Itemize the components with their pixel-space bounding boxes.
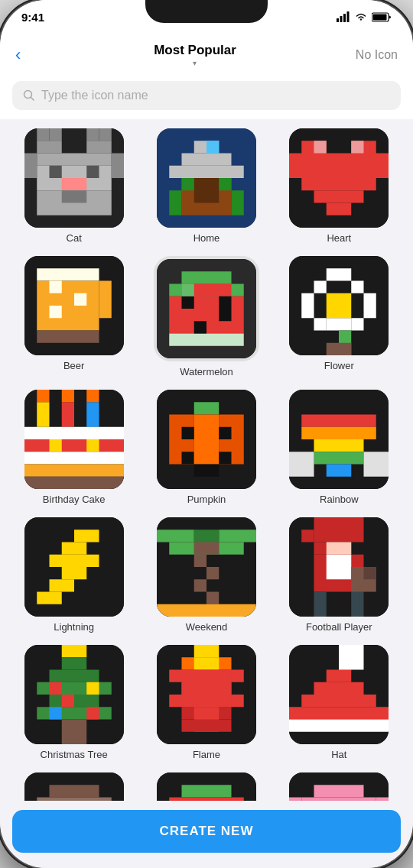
icon-label-heart: Heart (327, 232, 351, 244)
svg-rect-107 (289, 452, 314, 477)
icon-item-heart[interactable]: Heart (278, 128, 401, 244)
icon-box-beer (24, 256, 124, 355)
icon-item-watermelon[interactable]: Watermelon (145, 256, 268, 377)
svg-rect-136 (314, 592, 327, 617)
svg-rect-128 (206, 542, 219, 555)
svg-rect-135 (327, 555, 352, 580)
icon-item-cat[interactable]: Cat (12, 128, 135, 244)
icon-item-birthday-cake[interactable]: Birthday Cake (12, 390, 135, 505)
header-title-container: Most Popular ▾ (154, 43, 236, 67)
svg-rect-180 (169, 798, 244, 802)
svg-rect-14 (86, 141, 112, 153)
svg-rect-108 (364, 452, 389, 477)
icon-item-weekend[interactable]: Weekend (145, 517, 268, 633)
icon-item-pig[interactable] (278, 772, 401, 801)
svg-rect-0 (337, 18, 339, 22)
svg-rect-30 (194, 178, 220, 203)
svg-rect-192 (289, 798, 301, 802)
icon-box-christmas-tree (24, 645, 124, 744)
svg-rect-48 (49, 281, 61, 293)
icon-box-heart (289, 128, 389, 228)
icon-item-rainbow[interactable]: Rainbow (278, 390, 401, 505)
svg-rect-142 (61, 657, 86, 669)
icon-item-flame[interactable]: Flame (145, 645, 268, 760)
svg-rect-126 (157, 604, 256, 617)
svg-rect-50 (49, 306, 61, 318)
svg-rect-62 (219, 309, 231, 321)
icon-item-football-player[interactable]: Football Player (278, 517, 401, 633)
svg-rect-88 (49, 439, 61, 452)
search-input[interactable]: Type the icon name (41, 89, 148, 102)
svg-rect-106 (327, 465, 352, 477)
svg-rect-18 (86, 166, 99, 178)
icon-item-pumpkin[interactable]: Pumpkin (145, 390, 268, 505)
icon-box-pumpkin (157, 390, 256, 489)
svg-rect-52 (99, 281, 111, 319)
svg-rect-87 (24, 477, 124, 489)
svg-rect-85 (24, 452, 124, 464)
svg-rect-161 (181, 670, 231, 708)
create-new-button[interactable]: CREATE NEW (12, 810, 401, 853)
svg-rect-174 (37, 798, 112, 802)
search-bar[interactable]: Type the icon name (12, 81, 401, 110)
back-button[interactable]: ‹ (15, 45, 46, 65)
status-time: 9:41 (21, 11, 44, 24)
svg-rect-72 (352, 318, 364, 330)
icon-label-hat: Hat (331, 749, 346, 760)
svg-rect-78 (61, 402, 73, 427)
notch (145, 0, 268, 23)
icon-item-barrel[interactable] (12, 772, 135, 801)
svg-rect-83 (24, 427, 124, 439)
icon-label-home: Home (193, 232, 220, 244)
svg-rect-44 (352, 141, 364, 153)
icon-item-lightning[interactable]: Lightning (12, 517, 135, 633)
icon-box-flame (157, 645, 256, 744)
icon-item-flower[interactable]: Flower (278, 256, 401, 377)
header-chevron-icon: ▾ (193, 59, 197, 67)
svg-rect-11 (86, 128, 99, 141)
icon-grid-scroll[interactable]: Cat (0, 119, 413, 801)
svg-rect-100 (194, 465, 220, 477)
svg-rect-179 (181, 785, 231, 797)
svg-rect-80 (37, 390, 49, 402)
icon-box-cat (24, 128, 124, 228)
svg-rect-124 (194, 579, 206, 591)
icon-box-watermelon (157, 259, 256, 358)
icon-item-candy[interactable] (145, 772, 268, 801)
svg-rect-27 (181, 154, 231, 166)
icon-box-home (157, 128, 256, 228)
icon-label-cat: Cat (67, 232, 82, 244)
svg-rect-61 (194, 321, 206, 333)
svg-rect-1 (340, 16, 343, 22)
svg-rect-97 (181, 452, 193, 464)
icon-label-flower: Flower (324, 360, 354, 371)
svg-rect-122 (194, 555, 206, 567)
wifi-icon (355, 12, 367, 21)
svg-rect-104 (314, 439, 364, 452)
icon-label-beer: Beer (63, 360, 84, 371)
icon-item-beer[interactable]: Beer (12, 256, 135, 377)
svg-rect-96 (219, 427, 231, 439)
svg-rect-143 (49, 670, 99, 682)
svg-rect-75 (327, 343, 352, 355)
svg-rect-73 (327, 293, 352, 319)
svg-rect-111 (61, 542, 86, 555)
svg-rect-147 (49, 682, 61, 695)
svg-rect-49 (74, 293, 86, 306)
svg-rect-171 (339, 645, 364, 670)
icon-item-christmas-tree[interactable]: Christmas Tree (12, 645, 135, 760)
icon-box-football-player (289, 517, 389, 617)
search-container: Type the icon name (0, 75, 413, 119)
svg-rect-125 (206, 592, 219, 604)
svg-rect-33 (169, 190, 181, 215)
svg-rect-95 (181, 427, 193, 439)
icon-label-lightning: Lightning (54, 621, 94, 633)
svg-rect-69 (314, 281, 327, 293)
icon-item-home[interactable]: Home (145, 128, 268, 244)
no-icon-button[interactable]: No Icon (344, 48, 398, 62)
icon-item-hat[interactable]: Hat (278, 645, 401, 760)
svg-rect-169 (289, 707, 389, 719)
svg-rect-71 (314, 318, 327, 330)
svg-rect-68 (364, 293, 376, 319)
battery-icon (372, 12, 392, 22)
